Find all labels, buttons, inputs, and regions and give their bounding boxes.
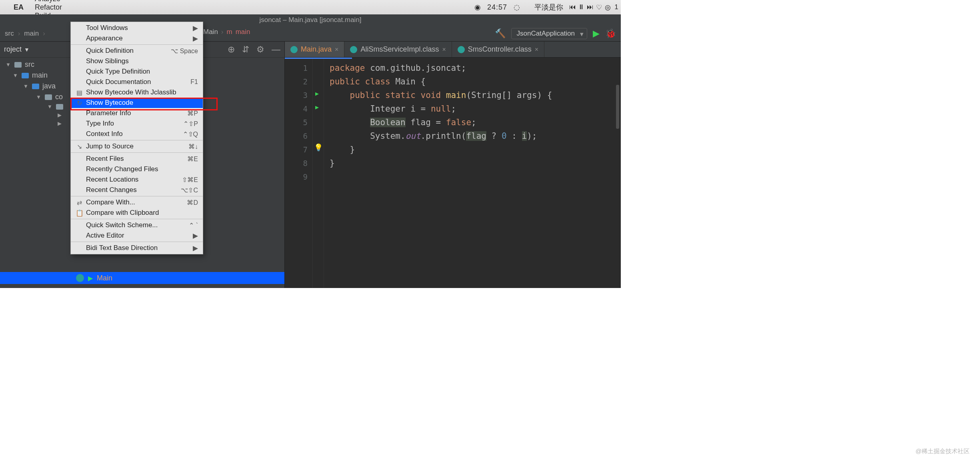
menu-item-jump-to-source[interactable]: ↘Jump to Source⌘↓ <box>71 141 203 152</box>
chevron-right-icon: › <box>16 30 22 38</box>
pause-icon[interactable]: ⏸ <box>577 3 586 11</box>
target-icon[interactable]: ⊕ <box>228 44 235 55</box>
run-gutter-icon[interactable]: ▶ <box>313 90 319 97</box>
run-config-selector[interactable]: JsonCatApplication <box>511 28 587 39</box>
run-icon[interactable]: ▶ <box>593 28 600 39</box>
editor-tab[interactable]: AliSmsServiceImpl.class× <box>344 42 452 57</box>
gear-icon[interactable]: ⚙ <box>256 44 264 55</box>
editor-tab[interactable]: SmsController.class× <box>452 42 544 57</box>
jump-icon: ↘ <box>76 143 83 150</box>
settings-alt-icon[interactable]: ⇵ <box>242 44 249 55</box>
folder-icon <box>56 104 63 110</box>
menu-item-label: Jump to Source <box>86 142 185 150</box>
menu-item-label: Quick Definition <box>86 47 168 55</box>
tab-label: AliSmsServiceImpl.class <box>360 45 439 54</box>
menu-analyze[interactable]: Analyze <box>29 0 69 3</box>
menu-item-recent-locations[interactable]: Recent Locations⇧⌘E <box>71 174 203 185</box>
editor: Main.java×AliSmsServiceImpl.class×SmsCon… <box>285 42 621 288</box>
menu-item-label: Active Editor <box>86 232 190 240</box>
menu-item-quick-definition[interactable]: Quick Definition⌥ Space <box>71 46 203 56</box>
tree-row-selected[interactable]: ▶Main <box>0 272 284 284</box>
gutter-icons: ▶▶💡 <box>313 59 324 288</box>
menu-item-recent-files[interactable]: Recent Files⌘E <box>71 154 203 164</box>
cmp-icon: ⇄ <box>76 199 83 206</box>
debug-icon[interactable]: 🐞 <box>605 28 616 39</box>
menu-item-active-editor[interactable]: Active Editor▶ <box>71 230 203 241</box>
scrollbar[interactable] <box>615 85 620 284</box>
menubar-extra: 1 <box>612 3 621 11</box>
input-method[interactable]: 平淡是你 <box>530 2 568 12</box>
menu-item-quick-documentation[interactable]: Quick DocumentationF1 <box>71 77 203 87</box>
folder-icon <box>22 73 29 78</box>
run-gutter-icon: ▶ <box>88 274 93 282</box>
chevron-right-icon: › <box>221 28 224 36</box>
shortcut: ⌥ Space <box>171 47 198 55</box>
prev-icon[interactable]: ⏮ <box>568 3 577 11</box>
bulb-icon[interactable]: 💡 <box>313 143 323 152</box>
menu-item-show-siblings[interactable]: Show Siblings <box>71 56 203 66</box>
menu-item-quick-switch-scheme[interactable]: Quick Switch Scheme...⌃ ` <box>71 220 203 230</box>
menu-item-parameter-info[interactable]: Parameter Info⌘P <box>71 108 203 118</box>
cycle-icon: ↻ <box>76 99 83 107</box>
tree-label: main <box>32 71 48 80</box>
submenu-arrow-icon: ▶ <box>193 244 198 252</box>
status-chart-icon[interactable]: ◉ <box>471 3 484 12</box>
submenu-arrow-icon: ▶ <box>193 34 198 43</box>
tab-label: Main.java <box>301 45 332 54</box>
breadcrumb-tail-prefix[interactable]: Main <box>203 28 218 36</box>
chevron-down-icon[interactable]: ▼ <box>22 46 30 53</box>
menu-item-compare-with-clipboard[interactable]: 📋Compare with Clipboard <box>71 208 203 218</box>
menu-item-label: Recent Changes <box>86 186 178 194</box>
folder-icon <box>14 62 22 68</box>
project-view-label[interactable]: roject <box>4 45 22 54</box>
menu-item-show-bytecode-with-jclasslib[interactable]: ▤Show Bytecode With Jclasslib <box>71 87 203 98</box>
shortcut: ⌃⇧Q <box>183 130 198 138</box>
tree-label: java <box>42 82 56 90</box>
doc-icon: ▤ <box>76 89 83 96</box>
file-type-icon <box>290 46 298 53</box>
menu-item-recently-changed-files[interactable]: Recently Changed Files <box>71 164 203 174</box>
menu-item-appearance[interactable]: Appearance▶ <box>71 33 203 44</box>
menu-item-quick-type-definition[interactable]: Quick Type Definition <box>71 66 203 77</box>
menu-item-label: Compare With... <box>86 198 184 206</box>
minimize-icon[interactable]: — <box>272 44 280 55</box>
menu-refactor[interactable]: Refactor <box>29 3 69 12</box>
breadcrumb-tail[interactable]: main <box>236 28 250 36</box>
menu-item-label: Quick Documentation <box>86 78 187 86</box>
run-gutter-icon[interactable]: ▶ <box>313 104 319 111</box>
code-area[interactable]: package com.github.jsoncat;public class … <box>324 59 552 288</box>
menu-item-label: Recent Locations <box>86 176 179 184</box>
close-icon[interactable]: × <box>535 46 538 53</box>
class-icon <box>76 274 84 282</box>
menu-item-label: Show Bytecode <box>86 99 198 107</box>
menu-item-label: Recent Files <box>86 155 184 163</box>
menu-item-bidi-text-base-direction[interactable]: Bidi Text Base Direction▶ <box>71 243 203 253</box>
chevron-right-icon: › <box>41 30 47 38</box>
next-icon[interactable]: ⏭ <box>586 3 594 11</box>
menu-item-type-info[interactable]: Type Info⌃⇧P <box>71 118 203 129</box>
menu-item-context-info[interactable]: Context Info⌃⇧Q <box>71 129 203 139</box>
close-icon[interactable]: × <box>335 46 338 53</box>
breadcrumb-segment[interactable]: src <box>5 30 14 38</box>
menu-item-recent-changes[interactable]: Recent Changes⌥⇧C <box>71 185 203 195</box>
menubar-clock: 24:57 <box>484 3 510 12</box>
editor-tab[interactable]: Main.java× <box>285 42 344 57</box>
view-menu-dropdown: Tool Windows▶Appearance▶Quick Definition… <box>70 22 203 254</box>
spiral-icon[interactable]: ◎ <box>603 3 612 12</box>
menubar: EA FileEditViewNavigateCodeAnalyzeRefact… <box>0 0 621 14</box>
method-icon: m <box>227 28 232 36</box>
menu-item-tool-windows[interactable]: Tool Windows▶ <box>71 23 203 33</box>
build-icon[interactable]: 🔨 <box>495 28 506 39</box>
menu-item-label: Quick Type Definition <box>86 68 198 76</box>
clock-ring-icon[interactable]: ◌ <box>510 3 523 12</box>
menu-item-show-bytecode[interactable]: ↻Show Bytecode <box>71 98 203 108</box>
breadcrumb-segment[interactable]: main <box>24 30 39 38</box>
heart-icon[interactable]: ♡ <box>594 3 603 12</box>
close-icon[interactable]: × <box>442 46 446 53</box>
tree-label: src <box>25 60 34 69</box>
menu-item-label: Recently Changed Files <box>86 165 198 173</box>
file-type-icon <box>458 46 465 53</box>
shortcut: ⌃⇧P <box>183 120 198 128</box>
tree-label: Main <box>97 274 112 282</box>
menu-item-compare-with[interactable]: ⇄Compare With...⌘D <box>71 197 203 208</box>
